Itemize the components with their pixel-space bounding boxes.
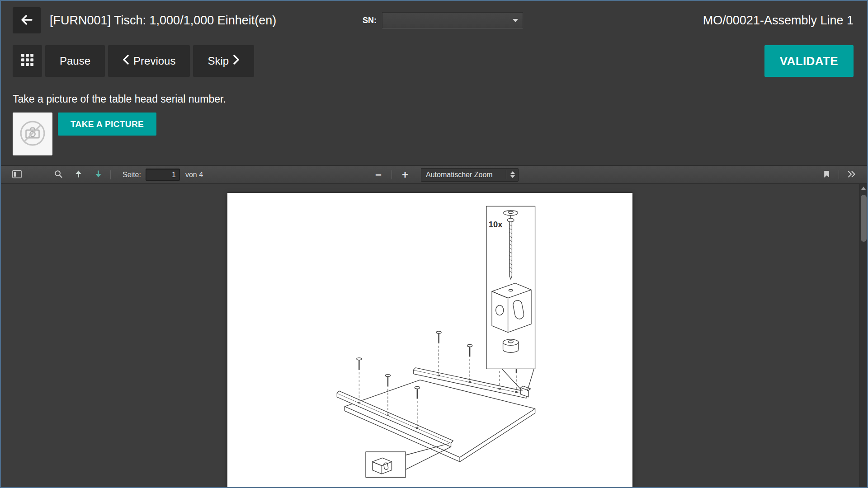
more-tools-button[interactable] <box>844 168 858 182</box>
toolbar-divider <box>110 170 111 179</box>
divider <box>506 170 506 179</box>
take-picture-button[interactable]: TAKE A PICTURE <box>58 113 156 136</box>
sn-label: SN: <box>363 16 377 25</box>
camera-off-icon <box>19 120 46 149</box>
sn-group: SN: <box>363 1 523 40</box>
sn-dropdown[interactable] <box>382 12 523 28</box>
scroll-up-button[interactable] <box>860 184 867 192</box>
capture-row: TAKE A PICTURE <box>13 113 855 155</box>
page-up-button[interactable] <box>71 168 85 182</box>
zoom-in-button[interactable]: + <box>397 168 413 182</box>
pdf-canvas: 10x <box>1 184 867 487</box>
back-button[interactable] <box>13 7 41 33</box>
previous-label: Previous <box>133 55 175 67</box>
bookmark-icon <box>823 170 830 179</box>
toolbar-divider <box>839 170 839 179</box>
zoom-mode-select[interactable]: Automatischer Zoom <box>421 168 519 182</box>
menu-grid-button[interactable] <box>13 45 42 77</box>
skip-button[interactable]: Skip <box>193 45 254 77</box>
page-down-button[interactable] <box>91 168 105 182</box>
page-input[interactable] <box>146 169 180 181</box>
grid-icon <box>21 54 33 69</box>
arrow-up-icon <box>75 170 82 179</box>
page-total: von 4 <box>185 171 203 179</box>
bookmark-button[interactable] <box>820 168 833 182</box>
toolbar-right <box>820 168 858 182</box>
diagram-quantity-label: 10x <box>489 220 503 229</box>
zoom-mode-value: Automatischer Zoom <box>426 171 493 179</box>
chevron-down-icon <box>513 19 518 22</box>
instruction-section: Take a picture of the table head serial … <box>1 77 867 155</box>
scrollbar-track[interactable] <box>859 184 867 487</box>
zoom-controls: − + Automatischer Zoom <box>371 166 519 183</box>
double-chevron-right-icon <box>847 170 856 179</box>
arrow-left-icon <box>20 13 33 28</box>
sidebar-toggle-icon <box>12 170 22 180</box>
topbar: [FURN001] Tisch: 1,000/1,000 Einheit(en)… <box>1 1 867 40</box>
pause-label: Pause <box>60 55 90 67</box>
pdf-page: 10x <box>227 193 632 487</box>
pdf-toolbar: Seite: von 4 − + Automatischer Zoom <box>1 165 867 184</box>
search-icon <box>54 170 63 180</box>
assembly-diagram: 10x <box>227 193 632 487</box>
skip-label: Skip <box>208 55 229 67</box>
actionbar: Pause Previous Skip VALIDATE <box>13 45 854 77</box>
previous-button[interactable]: Previous <box>108 45 190 77</box>
select-arrows-icon <box>510 171 515 178</box>
scroll-up-icon <box>861 187 866 190</box>
photo-placeholder <box>13 113 52 155</box>
arrow-down-icon <box>94 170 102 179</box>
scrollbar-thumb[interactable] <box>861 195 867 242</box>
workorder-title: [FURN001] Tisch: 1,000/1,000 Einheit(en) <box>50 14 276 28</box>
toolbar-divider <box>392 170 392 179</box>
page-label: Seite: <box>123 171 141 179</box>
pause-button[interactable]: Pause <box>45 45 105 77</box>
chevron-right-icon <box>233 55 240 67</box>
instruction-text: Take a picture of the table head serial … <box>13 93 855 105</box>
mo-reference: MO/00021-Assembly Line 1 <box>703 14 854 28</box>
pdf-viewer: Seite: von 4 − + Automatischer Zoom <box>1 165 867 487</box>
validate-button[interactable]: VALIDATE <box>764 45 854 77</box>
sidebar-toggle-button[interactable] <box>10 168 24 182</box>
app-root: { "header": { "title": "[FURN001] Tisch:… <box>0 0 868 488</box>
search-button[interactable] <box>52 168 65 182</box>
zoom-out-button[interactable]: − <box>371 168 386 182</box>
chevron-left-icon <box>123 55 129 67</box>
